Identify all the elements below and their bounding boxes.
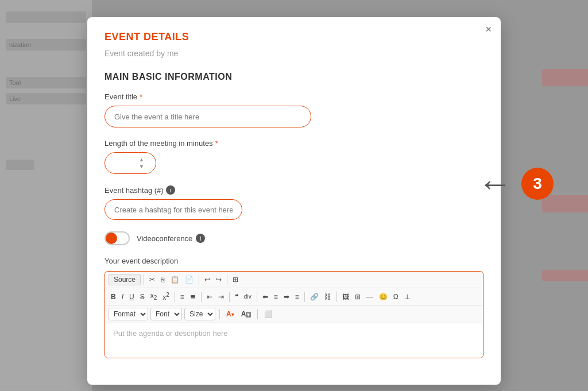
toolbar-divider5 (201, 292, 202, 302)
align-justify-button[interactable]: ≡ (293, 292, 301, 302)
videoconference-toggle[interactable] (105, 231, 130, 245)
spinner-down-btn[interactable]: ▼ (138, 164, 145, 170)
font-select[interactable]: Font (150, 308, 182, 320)
table-button[interactable]: ⊞ (353, 292, 363, 302)
event-details-modal: × EVENT DETAILS Event created by me MAIN… (87, 17, 501, 385)
align-right-button[interactable]: ➡ (281, 292, 292, 302)
videoconference-info-icon[interactable]: i (196, 234, 205, 243)
meeting-length-required: * (215, 139, 218, 148)
subscript-button[interactable]: x2 (148, 291, 160, 302)
text-color-button[interactable]: A▾ (224, 309, 237, 319)
underline-button[interactable]: U (127, 292, 137, 302)
hashtag-label: Event hashtag (#) i (105, 185, 483, 195)
hashtag-info-icon[interactable]: i (166, 185, 175, 195)
meeting-length-input-wrapper: ▲ ▼ (105, 152, 156, 174)
toolbar-row3: Format Font Size A▾ A▾ ⬜ (105, 305, 483, 323)
redo-button[interactable]: ↪ (214, 274, 224, 285)
smiley-button[interactable]: 😊 (377, 292, 390, 302)
event-title-input[interactable] (105, 106, 311, 127)
toolbar-divider3 (227, 274, 227, 285)
undo-button[interactable]: ↩ (202, 274, 212, 285)
hashtag-field-group: Event hashtag (#) i (105, 185, 483, 220)
paste-button[interactable]: 📋 (168, 274, 181, 285)
toolbar-divider6 (229, 292, 230, 302)
meeting-length-spinner: ▲ ▼ (138, 157, 145, 170)
editor-placeholder: Put the agenda or description here (113, 329, 227, 338)
italic-button[interactable]: I (119, 292, 126, 302)
outdent-button[interactable]: ⇤ (204, 292, 215, 302)
modal-subtitle: Event created by me (105, 49, 483, 58)
section-title-main: MAIN BASIC INFORMATION (105, 72, 483, 82)
superscript-button[interactable]: x2 (160, 291, 172, 303)
event-title-label: Event title * (105, 92, 483, 101)
bg-color-button[interactable]: A▾ (239, 309, 254, 319)
unlink-button[interactable]: ⛓ (322, 292, 334, 302)
rich-text-editor: Source ✂ ⎘ 📋 📄 ↩ ↪ ⊞ B I U (105, 271, 483, 358)
event-title-field-group: Event title * (105, 92, 483, 127)
unordered-list-button[interactable]: ≣ (188, 292, 198, 302)
editor-content-area[interactable]: Put the agenda or description here (105, 323, 483, 358)
bold-button[interactable]: B (109, 292, 118, 302)
align-center-button[interactable]: ≡ (272, 292, 280, 302)
hrule-button[interactable]: — (364, 292, 376, 302)
strikethrough-button[interactable]: S (138, 292, 147, 302)
size-select[interactable]: Size (184, 308, 215, 320)
toolbar-row1: Source ✂ ⎘ 📋 📄 ↩ ↪ ⊞ (105, 272, 483, 288)
videoconference-row: Videoconference i (105, 231, 483, 245)
modal-overlay: × EVENT DETAILS Event created by me MAIN… (0, 0, 588, 391)
div-button[interactable]: div (242, 292, 254, 301)
toolbar-divider4 (175, 292, 175, 302)
image-button[interactable]: 🖼 (340, 292, 351, 302)
blockquote-button[interactable]: ❝ (233, 292, 241, 302)
description-label: Your event description (105, 257, 483, 265)
hashtag-input[interactable] (105, 199, 242, 220)
paste-word-button[interactable]: 📄 (183, 274, 196, 285)
toolbar-divider2 (199, 274, 199, 285)
meeting-length-label: Length of the meeting in minutes * (105, 139, 483, 148)
ordered-list-button[interactable]: ≡ (178, 292, 187, 302)
link-button[interactable]: 🔗 (308, 292, 321, 302)
indent-button[interactable]: ⇥ (216, 292, 226, 302)
toggle-thumb (106, 233, 117, 244)
toolbar-row2: B I U S x2 x2 ≡ ≣ ⇤ ⇥ ❝ div ⬅ (105, 288, 483, 305)
align-left-button[interactable]: ⬅ (260, 292, 270, 302)
toolbar-divider7 (257, 292, 257, 302)
toolbar-divider8 (304, 292, 305, 302)
spinner-up-btn[interactable]: ▲ (138, 157, 145, 163)
description-field-group: Your event description Source ✂ ⎘ 📋 📄 ↩ … (105, 257, 483, 358)
format-select[interactable]: Format (109, 308, 148, 320)
source-button[interactable]: Source (109, 274, 141, 285)
toolbar-divider9 (336, 292, 337, 302)
maximize-button[interactable]: ⬜ (262, 309, 275, 319)
copy-button[interactable]: ⎘ (158, 274, 167, 285)
event-title-required: * (140, 92, 142, 101)
toolbar-divider10 (219, 309, 220, 319)
toggle-track (105, 231, 130, 245)
modal-title: EVENT DETAILS (105, 31, 483, 43)
cut-button[interactable]: ✂ (147, 274, 157, 285)
videoconference-label: Videoconference i (137, 234, 205, 243)
toolbar-divider1 (144, 274, 144, 285)
toolbar-divider11 (257, 309, 258, 319)
select-all-button[interactable]: ⊞ (230, 274, 241, 285)
special-char-button[interactable]: Ω (391, 292, 401, 302)
meeting-length-field-group: Length of the meeting in minutes * ▲ ▼ (105, 139, 483, 174)
pagebreak-button[interactable]: ⊥ (402, 292, 412, 302)
meeting-length-input[interactable] (110, 159, 138, 168)
modal-close-button[interactable]: × (485, 24, 492, 34)
